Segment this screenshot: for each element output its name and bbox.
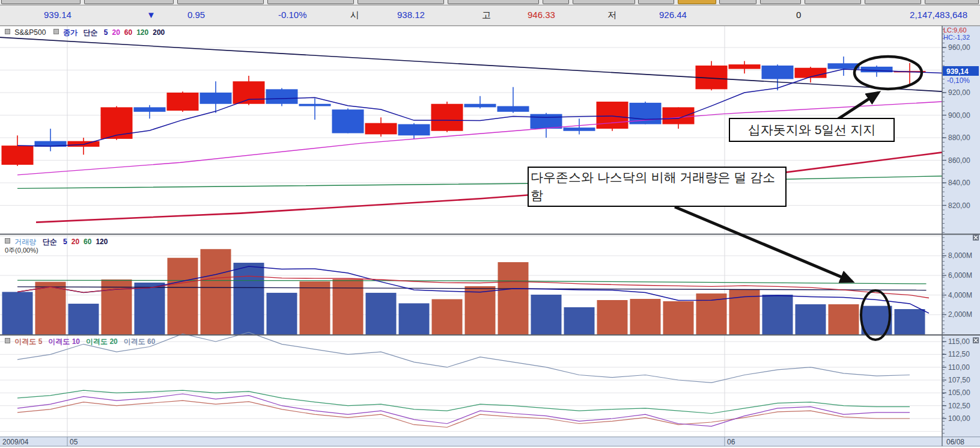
legend-period: 60	[124, 28, 132, 37]
axis-tick-label: 8,000M	[948, 251, 972, 260]
legend-ma-label: 단순	[83, 28, 97, 37]
legend-period: 20	[72, 238, 79, 246]
axis-tick-label: 840,00	[948, 179, 970, 187]
candle-body	[597, 102, 628, 129]
candle-body	[200, 93, 232, 104]
ma200-line	[0, 37, 942, 91]
axis-tick-label: 6,000M	[948, 271, 972, 280]
candle-body	[101, 107, 133, 139]
axis-tick-label: 110,00	[948, 363, 970, 372]
axis-tick-label: 112,50	[948, 350, 970, 358]
volume-bar	[68, 304, 99, 334]
volume-bar	[366, 293, 397, 334]
price-tag-pct: -0,10%	[947, 76, 970, 85]
axis-tick-label: 4,000M	[948, 291, 972, 299]
legend-marker-icon	[5, 29, 10, 34]
time-axis-label: 06	[727, 438, 735, 446]
axis-tick-label: 900,00	[948, 111, 970, 120]
candle-body	[531, 114, 562, 129]
volume-bar	[630, 299, 661, 334]
time-axis-band	[0, 437, 980, 446]
volume-bar	[333, 279, 364, 334]
candle-body	[2, 146, 34, 165]
volume-bar	[531, 295, 562, 334]
axis-tick-label: 102,50	[948, 402, 970, 410]
chart-canvas: 960,00920,00900,00880,00860,00840,00820,…	[0, 0, 980, 448]
time-axis-label: 05	[70, 438, 78, 446]
volume-bar	[696, 293, 727, 334]
ma120-line	[17, 176, 942, 189]
volume-bar	[762, 295, 793, 334]
annotation-box-volume[interactable]: 다우존스와 나스닥의 비해 거래량은 덜 감소함	[528, 167, 787, 207]
volume-bar	[663, 301, 694, 334]
candle-body	[332, 109, 364, 133]
axis-tick-label: 860,00	[948, 156, 970, 165]
time-axis-label: 2009/04	[2, 438, 29, 446]
candle-body	[564, 127, 595, 131]
legend-period: 20	[112, 28, 120, 37]
legend-period: 5	[63, 238, 67, 246]
axis-tick-label: 100,00	[948, 414, 970, 423]
legend-marker-icon	[53, 29, 59, 34]
legend-period: 5	[104, 28, 108, 37]
disparity-legend: 이격도 5이격도 10이격도 20이격도 60	[5, 337, 161, 347]
symbol-name: S&&P500	[14, 28, 46, 37]
volume-bar	[564, 307, 595, 334]
candle-body	[68, 141, 100, 147]
volume-bar	[135, 283, 165, 334]
axis-tick-label: 115,00	[948, 337, 970, 346]
candle-body	[134, 107, 166, 112]
legend-marker-icon	[5, 238, 10, 244]
disparity-legend-item: 이격도 20	[86, 337, 118, 346]
volume-bar	[895, 309, 925, 334]
legend-period: 120	[136, 28, 148, 37]
candle-body	[663, 107, 695, 124]
volume-bar	[432, 299, 463, 334]
candle-body	[299, 104, 331, 106]
candle-body	[398, 124, 430, 136]
legend-ma-label: 단순	[43, 238, 57, 246]
candle-body	[464, 104, 496, 108]
annotation-circle-doji[interactable]	[854, 57, 922, 89]
legend-period: 200	[153, 28, 165, 37]
disparity-legend-item: 이격도 10	[48, 337, 80, 346]
volume-bar	[465, 286, 496, 334]
volume-bar	[102, 280, 132, 334]
lc-value: LC:9,60	[943, 26, 967, 34]
candle-body	[167, 93, 199, 111]
candle-body	[498, 106, 529, 112]
volume-bar	[796, 304, 826, 334]
candle-body	[762, 66, 794, 79]
candle-body	[266, 89, 298, 103]
time-axis-label: 06/08	[946, 438, 964, 446]
price-tag-value: 939,14	[946, 67, 969, 76]
axis-tick-label: 105,00	[948, 388, 970, 397]
volume-bar	[829, 304, 859, 334]
volume-bar	[498, 262, 529, 334]
volume-bar	[267, 293, 297, 334]
disparity-legend-items: 이격도 5이격도 10이격도 20이격도 60	[14, 337, 161, 346]
candle-body	[233, 81, 265, 104]
volume-bar	[2, 292, 33, 334]
volume-bar	[234, 263, 264, 334]
disparity-line-1	[17, 400, 910, 427]
volume-bar	[300, 281, 330, 334]
candle-body	[431, 104, 463, 131]
axis-tick-label: 820,00	[948, 201, 970, 210]
annotation-arrow-volume[interactable]	[675, 207, 852, 281]
axis-tick-label: 107,50	[948, 376, 970, 384]
volume-sub-label: 0주(0,00%)	[5, 246, 38, 255]
disparity-legend-item: 이격도 5	[14, 337, 42, 346]
axis-tick-label: 920,00	[948, 88, 970, 97]
axis-tick-label: 880,00	[948, 133, 970, 142]
hc-value: HC:-1,32	[943, 34, 970, 41]
main-chart-legend: S&&P500 종가 단순 52060120200	[5, 28, 165, 38]
volume-bar	[597, 300, 628, 334]
volume-legend-title: 거래량	[14, 238, 36, 246]
legend-marker-icon	[5, 338, 10, 343]
annotation-box-doji[interactable]: 십자돗지와 5일선 지지	[729, 118, 895, 142]
disparity-line-2	[17, 394, 910, 426]
stock-chart-window: { "colors": { "candle_up": "#e8150c", "c…	[0, 0, 980, 448]
legend-period: 60	[84, 238, 91, 246]
candle-body	[861, 67, 893, 72]
